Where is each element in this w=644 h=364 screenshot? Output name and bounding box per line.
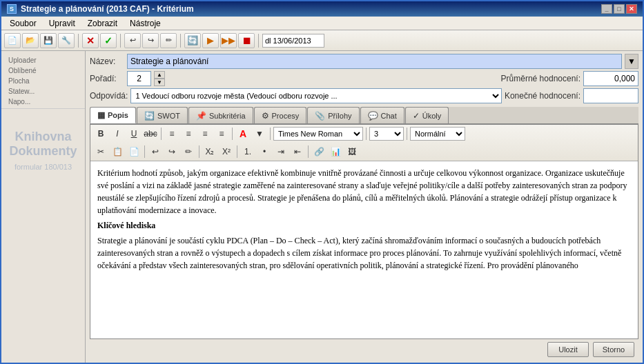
strikethrough-button[interactable]: abc <box>143 127 158 141</box>
insert1-button[interactable]: 🔗 <box>311 145 326 159</box>
tab-swot[interactable]: 🔄 SWOT <box>137 107 188 123</box>
tab-subkriteria[interactable]: 📌 Subkritéria <box>188 107 253 123</box>
extra1-button[interactable]: 🔧 <box>58 33 75 48</box>
ed-sep3 <box>270 128 271 140</box>
ul-button[interactable]: • <box>257 145 272 159</box>
editor-text-area[interactable]: Kritérium hodnotí způsob, jakým organiza… <box>90 161 638 338</box>
poradi-down[interactable]: ▼ <box>154 79 165 86</box>
highlight-button[interactable]: ▼ <box>252 127 267 141</box>
open-button[interactable]: 📂 <box>22 33 39 48</box>
new-button[interactable]: 📄 <box>4 33 21 48</box>
konecne-input[interactable] <box>583 88 638 103</box>
bottom-buttons: Ulozit Storno <box>90 339 638 360</box>
editor-toolbar-row2: ✂ 📋 📄 ↩ ↪ ✏ X₂ X² 1. • ⇥ ⇤ <box>90 143 638 161</box>
prilohy-icon: 📎 <box>315 111 325 121</box>
check-button[interactable]: ✓ <box>100 33 117 48</box>
align-right-button[interactable]: ≡ <box>197 127 213 141</box>
indent-button[interactable]: ⇥ <box>273 145 289 159</box>
cut-button[interactable]: ✂ <box>93 145 108 159</box>
storno-button[interactable]: Storno <box>593 342 634 357</box>
sidebar-item-plocha[interactable]: Plocha <box>6 76 81 86</box>
redo2-button[interactable]: ↪ <box>164 145 179 159</box>
bold-button[interactable]: B <box>93 127 108 141</box>
menu-upravit[interactable]: Upravit <box>43 18 81 29</box>
sidebar-item-oblibene[interactable]: Oblíbené <box>6 65 81 76</box>
subkriteria-icon: 📌 <box>196 111 206 121</box>
tab-popis[interactable]: ▦ Popis <box>90 107 136 123</box>
superscript-button[interactable]: X² <box>219 145 234 159</box>
menu-nastroje[interactable]: Nástroje <box>124 18 166 29</box>
delete-button[interactable]: ✕ <box>82 33 99 48</box>
window-body: Uploader Oblíbené Plocha Statew... Napo.… <box>1 51 643 363</box>
font-size-select[interactable]: 3 <box>369 127 404 141</box>
underline-button[interactable]: U <box>126 127 142 141</box>
minimize-button[interactable]: _ <box>601 4 612 14</box>
font-color-button[interactable]: A <box>235 127 251 141</box>
swot-icon: 🔄 <box>144 111 155 121</box>
editor-toolbar: B I U abc ≡ ≡ ≡ ≡ A ▼ Time <box>90 125 638 161</box>
align-justify-button[interactable]: ≡ <box>214 127 229 141</box>
redo-button[interactable]: ↪ <box>142 33 159 48</box>
copy-button[interactable]: 📋 <box>110 145 125 159</box>
sidebar-header: Uploader Oblíbené Plocha Statew... Napo.… <box>1 54 85 109</box>
poradi-up[interactable]: ▲ <box>154 71 165 79</box>
poradi-label: Pořadí: <box>90 74 124 83</box>
font-name-select[interactable]: Times New Roman <box>273 127 363 141</box>
sidebar-item-uploader[interactable]: Uploader <box>6 55 81 65</box>
close-button[interactable]: ✕ <box>626 4 637 14</box>
italic-button[interactable]: I <box>110 127 125 141</box>
library-title: Knihovna Dokumenty <box>1 130 85 159</box>
menu-zobrazit[interactable]: Zobrazit <box>82 18 123 29</box>
subscript-button[interactable]: X₂ <box>202 145 217 159</box>
paste-button[interactable]: 📄 <box>126 145 142 159</box>
maximize-button[interactable]: □ <box>614 4 625 14</box>
poradi-row: Pořadí: ▲ ▼ Průměrné hodnocení: <box>90 71 638 86</box>
para-1: Kritérium hodnotí způsob, jakým organiza… <box>97 167 631 216</box>
toolbar-sep3 <box>180 34 181 48</box>
clear-button[interactable]: ✏ <box>160 33 177 48</box>
tab-ukoly[interactable]: ✓ Úkoly <box>405 107 449 123</box>
nazev-row: Název: ▼ <box>90 54 638 69</box>
align-center-button[interactable]: ≡ <box>181 127 196 141</box>
sidebar-item-statew[interactable]: Statew... <box>6 86 81 97</box>
next-button[interactable]: ▶▶ <box>220 33 237 48</box>
undo2-button[interactable]: ↩ <box>148 145 163 159</box>
toolbar-sep2 <box>120 34 121 48</box>
editor-toolbar-row1: B I U abc ≡ ≡ ≡ ≡ A ▼ Time <box>90 125 638 143</box>
library-path: formular 180/013 <box>1 163 85 171</box>
odpovida-label: Odpovídá: <box>90 91 128 101</box>
outdent-button[interactable]: ⇤ <box>290 145 305 159</box>
sidebar-item-napo[interactable]: Napo... <box>6 97 81 107</box>
popis-icon: ▦ <box>97 110 105 120</box>
ol-button[interactable]: 1. <box>240 145 255 159</box>
tab-procesy[interactable]: ⚙ Procesy <box>254 107 307 123</box>
tab-chat[interactable]: 💬 Chat <box>360 107 404 123</box>
prumerne-label: Průměrné hodnocení: <box>501 74 580 83</box>
date-combo[interactable] <box>262 34 324 48</box>
save-button[interactable]: 💾 <box>40 33 57 48</box>
ed-sep7 <box>199 145 199 158</box>
form-panel: Název: ▼ Pořadí: ▲ ▼ Průměrné hodnocení:… <box>86 51 643 363</box>
menu-soubor[interactable]: Soubor <box>4 18 42 29</box>
poradi-input[interactable] <box>127 71 151 86</box>
app-icon: S <box>7 4 17 14</box>
clear2-button[interactable]: ✏ <box>181 145 196 159</box>
ed-sep4 <box>366 128 367 140</box>
image-button[interactable]: 🖼 <box>344 145 360 159</box>
nazev-scroll-btn[interactable]: ▼ <box>625 54 638 69</box>
prumerne-input[interactable] <box>583 71 638 86</box>
align-left-button[interactable]: ≡ <box>164 127 179 141</box>
prev-button[interactable]: ▶ <box>202 33 219 48</box>
refresh-button[interactable]: 🔄 <box>184 33 201 48</box>
stop-button[interactable]: ⏹ <box>238 33 255 48</box>
odpovida-select[interactable]: 1 Vedoucí odboru rozvoje města (Vedoucí … <box>130 88 502 103</box>
nazev-input[interactable] <box>127 54 622 69</box>
undo-button[interactable]: ↩ <box>124 33 141 48</box>
chat-icon: 💬 <box>368 111 378 121</box>
tab-prilohy[interactable]: 📎 Přílohy <box>307 107 359 123</box>
ukoly-icon: ✓ <box>413 111 420 121</box>
ulozit-button[interactable]: Ulozit <box>547 342 589 357</box>
font-style-select[interactable]: Normální <box>410 127 465 141</box>
window-title: Strategie a plánování (2013 CAF) - Krité… <box>21 4 194 14</box>
insert2-button[interactable]: 📊 <box>328 145 343 159</box>
